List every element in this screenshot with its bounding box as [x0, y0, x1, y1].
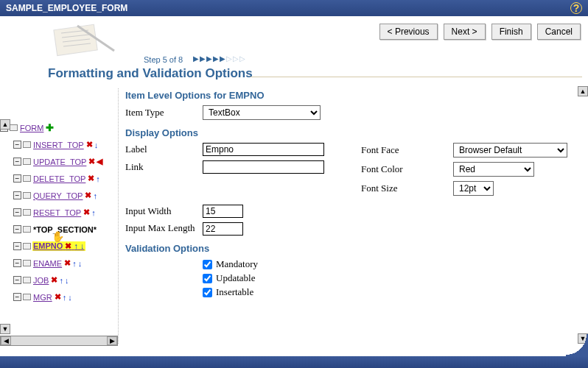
tree-label[interactable]: ENAME — [32, 259, 63, 268]
font-color-select[interactable]: Red — [453, 162, 534, 177]
tree-scroll-down-button[interactable]: ▼ — [0, 324, 10, 334]
node-icon — [23, 226, 31, 233]
row-insertable: Insertable — [203, 286, 581, 298]
node-icon — [23, 192, 31, 199]
item-type-select[interactable]: TextBox — [203, 105, 321, 120]
font-face-select[interactable]: Browser Default — [453, 143, 567, 158]
input-width-field[interactable] — [203, 205, 243, 218]
move-left-icon[interactable]: ◀ — [97, 157, 102, 166]
font-size-label: Font Size — [361, 183, 453, 194]
move-up-icon[interactable]: ↑ — [72, 259, 77, 268]
updatable-checkbox[interactable] — [203, 274, 212, 283]
tree-item-reset-top: − RESET_TOP ✖ ↑ — [7, 204, 118, 221]
tree-item-delete-top: − DELETE_TOP ✖ ↑ — [7, 170, 118, 187]
previous-button[interactable]: < Previous — [379, 24, 438, 40]
delete-icon[interactable]: ✖ — [51, 275, 57, 285]
tree-label[interactable]: DELETE_TOP — [32, 174, 86, 183]
move-down-icon[interactable]: ↓ — [65, 276, 69, 285]
step-label: Step 5 of 8 — [144, 55, 183, 64]
mandatory-checkbox[interactable] — [203, 260, 212, 269]
node-icon — [10, 124, 18, 131]
tree-item-ename: − ENAME ✖ ↑ ↓ — [7, 255, 118, 272]
collapse-icon[interactable]: − — [13, 259, 21, 267]
add-icon[interactable]: ✚ — [46, 122, 54, 133]
delete-icon[interactable]: ✖ — [85, 191, 91, 200]
delete-icon[interactable]: ✖ — [64, 258, 71, 268]
row-mandatory: Mandatory — [203, 258, 581, 270]
tree-root-label[interactable]: FORM — [19, 124, 44, 132]
collapse-icon[interactable]: − — [13, 225, 21, 233]
collapse-icon[interactable]: − — [13, 242, 21, 250]
move-down-icon[interactable]: ↓ — [80, 241, 85, 250]
tree-label[interactable]: RESET_TOP — [32, 208, 82, 217]
tree-label[interactable]: *TOP_SECTION* — [32, 225, 97, 234]
cancel-button[interactable]: Cancel — [537, 24, 581, 40]
tree-item-query-top: − QUERY_TOP ✖ ↑ — [7, 187, 118, 204]
move-up-icon[interactable]: ↑ — [59, 276, 63, 285]
move-up-icon[interactable]: ↑ — [93, 191, 97, 200]
collapse-icon[interactable]: − — [13, 191, 21, 199]
tree-item-top-section: − *TOP_SECTION* — [7, 221, 118, 238]
content-scroll-up-button[interactable]: ▲ — [578, 86, 588, 96]
tree-item-empno: − EMPNO ✖ ↑ ↓ — [7, 238, 118, 255]
link-label: Link — [125, 161, 203, 173]
collapse-icon[interactable]: − — [13, 208, 21, 216]
font-color-label: Font Color — [361, 163, 453, 175]
collapse-icon[interactable]: − — [13, 158, 21, 166]
section-display: Display Options — [125, 127, 581, 138]
font-face-label: Font Face — [361, 144, 453, 156]
tree-item-insert-top: − INSERT_TOP ✖ ↓ — [7, 136, 118, 153]
tree-label[interactable]: INSERT_TOP — [32, 141, 85, 149]
label-input[interactable] — [203, 143, 324, 156]
wizard-nav: < Previous Next > Finish Cancel — [379, 24, 581, 40]
node-icon — [23, 209, 31, 216]
row-updatable: Updatable — [203, 272, 581, 284]
delete-icon[interactable]: ✖ — [86, 140, 93, 149]
tree-scroll-up-button[interactable]: ▲ — [0, 119, 10, 130]
delete-icon[interactable]: ✖ — [55, 292, 61, 302]
tree-label-selected[interactable]: EMPNO ✖ ↑ ↓ — [32, 241, 85, 251]
tree-item-job: − JOB ✖ ↑ ↓ — [7, 272, 118, 289]
input-width-label: Input Width — [125, 205, 203, 217]
form-decor-icon — [48, 20, 122, 60]
collapse-icon[interactable]: − — [13, 276, 21, 284]
tree-label[interactable]: MGR — [32, 293, 53, 302]
bottombar — [0, 356, 588, 368]
vertical-divider — [118, 88, 119, 344]
collapse-icon[interactable]: − — [13, 141, 21, 149]
tree-label[interactable]: UPDATE_TOP — [32, 158, 87, 166]
main-body: ▲ − FORM ✚ − INSERT_TOP ✖ ↓ − UPDATE_TOP… — [0, 86, 588, 355]
corner-decor — [566, 334, 588, 356]
move-up-icon[interactable]: ↑ — [63, 293, 67, 302]
move-down-icon[interactable]: ↓ — [68, 293, 72, 302]
collapse-icon[interactable]: − — [13, 293, 21, 301]
tree-label[interactable]: QUERY_TOP — [32, 191, 83, 200]
delete-icon[interactable]: ✖ — [83, 208, 90, 217]
move-up-icon[interactable]: ↑ — [91, 208, 96, 217]
scroll-right-icon[interactable]: ▶ — [107, 336, 117, 345]
tree-root: − FORM ✚ — [0, 119, 118, 136]
move-up-icon[interactable]: ↑ — [74, 241, 78, 250]
label-label: Label — [125, 144, 203, 155]
node-icon — [23, 175, 31, 182]
scroll-left-icon[interactable]: ◀ — [1, 336, 11, 345]
insertable-checkbox[interactable] — [203, 288, 212, 297]
delete-icon[interactable]: ✖ — [88, 157, 95, 166]
help-icon[interactable]: ? — [570, 2, 582, 14]
node-icon — [23, 277, 31, 283]
move-down-icon[interactable]: ↓ — [94, 141, 99, 149]
move-down-icon[interactable]: ↓ — [78, 259, 83, 268]
font-size-select[interactable]: 12pt — [453, 181, 494, 196]
delete-icon[interactable]: ✖ — [65, 241, 71, 250]
link-input[interactable] — [203, 160, 324, 174]
node-icon — [23, 260, 31, 266]
item-type-label: Item Type — [125, 107, 203, 118]
finish-button[interactable]: Finish — [491, 24, 531, 40]
delete-icon[interactable]: ✖ — [88, 174, 94, 183]
tree-hscrollbar[interactable]: ◀ ▶ — [0, 336, 118, 346]
next-button[interactable]: Next > — [444, 24, 486, 40]
input-maxlen-field[interactable] — [203, 222, 243, 236]
tree-label[interactable]: JOB — [32, 276, 49, 285]
move-up-icon[interactable]: ↑ — [96, 174, 100, 183]
collapse-icon[interactable]: − — [13, 174, 21, 183]
